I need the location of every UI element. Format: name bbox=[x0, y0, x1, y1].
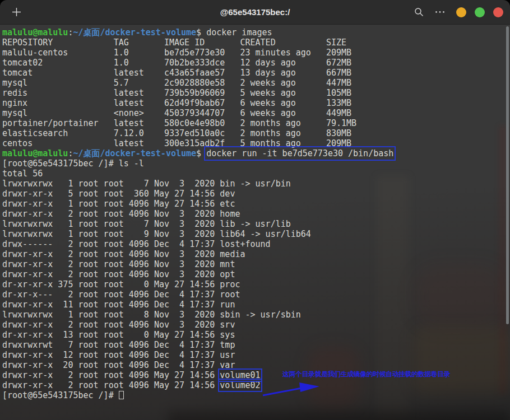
annotation-text: 这两个目录就是我们生成镜像的时候自动挂载的数据卷目录 bbox=[282, 370, 450, 379]
terminal-cursor bbox=[119, 391, 124, 399]
close-button[interactable] bbox=[493, 7, 503, 17]
minimize-button[interactable] bbox=[456, 7, 466, 17]
terminal-screen[interactable]: malulu@malulu:~/桌面/docker-test-volume$ d… bbox=[0, 25, 510, 420]
search-icon bbox=[414, 7, 424, 17]
terminal-output: malulu@malulu:~/桌面/docker-test-volume$ d… bbox=[0, 25, 508, 400]
maximize-button[interactable] bbox=[475, 7, 485, 17]
ellipsis-icon bbox=[435, 11, 445, 13]
menu-button[interactable] bbox=[432, 4, 448, 20]
annotation-arrow-icon bbox=[261, 379, 326, 398]
search-button[interactable] bbox=[411, 4, 426, 20]
scrollbar[interactable] bbox=[506, 26, 509, 324]
terminal-window: @65e543175bec:/ bbox=[0, 0, 510, 420]
titlebar[interactable]: @65e543175bec:/ bbox=[0, 0, 510, 25]
new-tab-button[interactable] bbox=[8, 4, 25, 21]
plus-icon bbox=[12, 7, 21, 17]
